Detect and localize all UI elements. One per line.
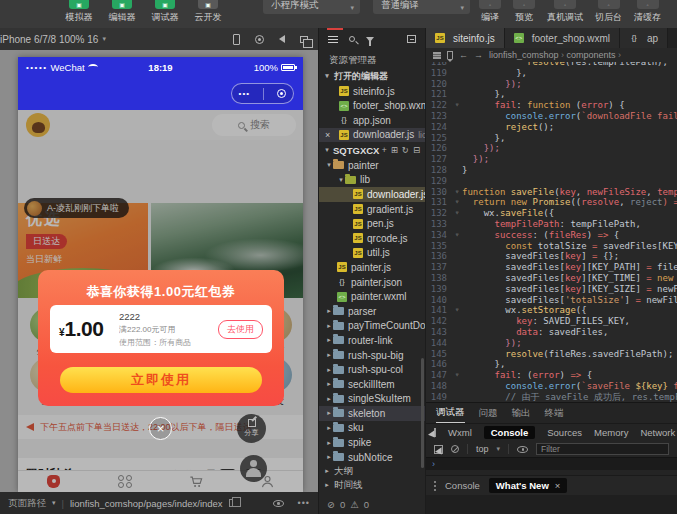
fold-icon[interactable]: ▿ [452,197,462,208]
toolbar-button-editor[interactable]: ▣编辑器 [105,0,139,24]
tree-item[interactable]: ▾painter [319,158,425,173]
compile-select[interactable]: 普通编译 ▾ [373,0,470,14]
toolbar-button-debugger[interactable]: ▣调试器 [148,0,182,24]
fold-icon[interactable]: ▿ [452,230,462,241]
fold-icon[interactable]: ▿ [452,305,462,316]
tree-item[interactable]: ▸sku [319,421,425,436]
breadcrumb-path[interactable]: lionfish_comshop › components › [489,50,621,60]
new-file-icon[interactable]: + [382,145,387,155]
tree-item[interactable]: ▸parser [319,304,425,319]
toolbar-button-clear-cache[interactable]: ◦清缓存 [632,0,663,24]
tree-item[interactable]: ▾lib [319,173,425,188]
fold-icon[interactable]: ▿ [452,187,462,198]
tree-item[interactable]: ▸payTimeCountDo... [319,319,425,334]
go-use-button[interactable]: 去使用 [218,320,263,339]
live-expression-icon[interactable] [517,446,528,453]
editor-tab[interactable]: JSsiteinfo.js [426,28,505,48]
code-area[interactable]: 118 resolve(res.tempFilePath);119 },120 … [426,62,677,402]
tree-item[interactable]: <>painter.wxml [319,289,425,304]
tree-item[interactable]: JSpainter.js [319,260,425,275]
toolbar-button-preview[interactable]: ◦预览 [511,0,537,24]
devtools-tab-network[interactable]: Network [640,427,675,438]
tree-item[interactable]: ▸skeleton [319,406,425,421]
context-select[interactable]: top [476,444,489,454]
device-selector[interactable]: iPhone 6/7/8 100% 16 [0,34,98,45]
forward-icon[interactable]: → [474,50,483,60]
menu-icon[interactable] [328,36,338,38]
problems-status[interactable]: ⊘0 ⚠0 [319,494,425,514]
outline-icon[interactable] [433,52,441,53]
inspect-icon[interactable] [434,428,436,437]
fold-icon[interactable]: ▿ [452,100,462,111]
tree-item[interactable]: ▸router-link [319,333,425,348]
project-header[interactable]: ▾ SQTGXCX + ⊞ ↻ ⊟ [319,142,425,158]
console-filter-input[interactable]: Filter [536,443,669,455]
record-icon[interactable] [255,35,264,44]
collapse-all-icon[interactable]: ⊟ [413,145,420,155]
tree-item[interactable]: ▸seckillItem [319,377,425,392]
new-folder-icon[interactable]: ⊞ [391,145,398,155]
eye-icon[interactable] [273,500,284,507]
console-output[interactable]: › [426,457,677,470]
more-icon[interactable]: ••• [298,498,310,508]
tree-item[interactable]: ▸rush-spu-big [319,348,425,363]
toolbar-button-compile[interactable]: ◦编译 [477,0,503,24]
timeline-section[interactable]: ▸ 时间线 [319,478,425,492]
chevron-down-icon[interactable]: ▾ [52,499,56,507]
back-icon[interactable]: ← [459,50,468,60]
float-window-icon[interactable] [300,36,308,43]
breadcrumb-segment[interactable]: components [567,50,616,60]
toolbar-button-simulator[interactable]: ▣模拟器 [62,0,96,24]
whats-new-tab[interactable]: What's New × [489,478,568,493]
device-frame-icon[interactable] [233,34,240,45]
tree-item[interactable]: JSdownloader.js [319,187,425,202]
panel-tab-调试器[interactable]: 调试器 [436,403,465,423]
toolbar-button-background[interactable]: ◦切后台 [593,0,624,24]
close-icon[interactable]: × [325,130,330,140]
outline-section[interactable]: ▸ 大纲 [319,464,425,478]
exit-target-icon[interactable] [277,89,286,98]
bookmark-icon[interactable] [447,51,453,59]
collapse-panel-icon[interactable] [407,35,416,43]
mode-select[interactable]: 小程序模式 ▾ [263,0,360,14]
tree-item[interactable]: ▸subNotice [319,450,425,465]
fold-icon[interactable]: ▿ [452,370,462,381]
devtools-tab-console[interactable]: Console [484,426,535,439]
filter-icon[interactable] [366,37,374,42]
sound-icon[interactable] [279,35,285,43]
tree-item[interactable]: JSgradient.js [319,202,425,217]
devtools-tab-memory[interactable]: Memory [594,427,628,438]
tree-item[interactable]: ▸rush-spu-col [319,362,425,377]
use-now-button[interactable]: 立即使用 [60,367,262,393]
close-icon[interactable]: × [555,480,561,491]
search-icon[interactable] [349,36,355,42]
copy-icon[interactable] [229,499,236,507]
toolbar-button-cloud-dev[interactable]: ▣云开发 [191,0,225,24]
tree-item[interactable]: JSpen.js [319,216,425,231]
toolbar-button-device-debug[interactable]: ◦真机调试 [545,0,585,24]
panel-tab-终端[interactable]: 终端 [545,403,564,423]
drawer-console-label[interactable]: Console [445,480,480,491]
clear-console-icon[interactable] [451,445,459,453]
tree-item[interactable]: JSutil.js [319,246,425,261]
breadcrumb-segment[interactable]: lionfish_comshop [489,50,559,60]
tree-item[interactable]: ▸spike [319,435,425,450]
console-sidebar-icon[interactable] [434,445,443,454]
panel-tab-输出[interactable]: 输出 [512,403,531,423]
tree-item[interactable]: {}painter.json [319,275,425,290]
drawer-menu-icon[interactable] [434,481,436,483]
open-editor-item[interactable]: JSsiteinfo.js [319,84,425,99]
open-editor-item[interactable]: ×JSdownloader.jslionfis... [319,128,425,143]
popup-close-button[interactable]: × [149,417,172,440]
open-editor-item[interactable]: <>footer_shop.wxmllio... [319,99,425,114]
editor-tab[interactable]: {}ap [620,28,668,48]
panel-tab-问题[interactable]: 问题 [479,403,498,423]
devtools-tab-sources[interactable]: Sources [547,427,582,438]
explorer-scrollbar[interactable] [421,358,424,468]
devtools-tab-wxml[interactable]: Wxml [448,427,472,438]
tree-item[interactable]: JSqrcode.js [319,231,425,246]
editor-tab[interactable]: <>footer_shop.wxml [505,28,620,48]
fold-icon[interactable]: ▿ [452,208,462,219]
open-editor-item[interactable]: {}app.json [319,113,425,128]
refresh-icon[interactable]: ↻ [402,145,409,155]
